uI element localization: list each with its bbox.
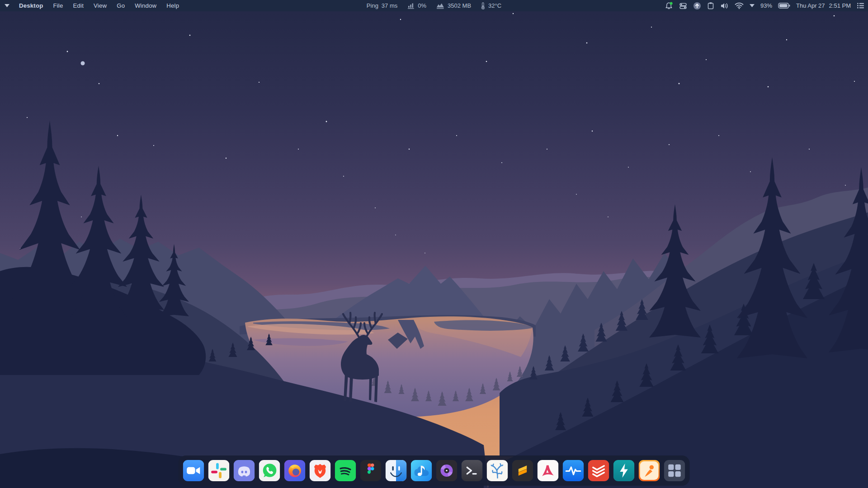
toggles-icon[interactable] <box>679 2 687 9</box>
clipboard-icon[interactable] <box>707 2 714 9</box>
menu-go[interactable]: Go <box>112 0 130 11</box>
volume-icon[interactable] <box>720 2 729 9</box>
dock-icon-zoom[interactable] <box>183 460 204 481</box>
menu-bar: Desktop File Edit View Go Window Help Pi… <box>0 0 868 11</box>
dock-icon-music[interactable] <box>411 460 432 481</box>
battery-percent: 93% <box>760 2 772 9</box>
dock-icon-bolt[interactable] <box>613 460 635 481</box>
dock-icon-sublime-text[interactable] <box>512 460 533 481</box>
dock-icon-whatsapp[interactable] <box>259 460 280 481</box>
clock[interactable]: Thu Apr 27 2:51 PM <box>796 2 851 9</box>
thermometer-icon <box>481 2 485 9</box>
menu-file[interactable]: File <box>48 0 68 11</box>
cpu-value: 0% <box>418 2 426 9</box>
dock-icon-discord[interactable] <box>234 460 255 481</box>
dock-icon-figma[interactable] <box>360 460 382 481</box>
dock-icon-app-launcher[interactable] <box>664 460 685 481</box>
wifi-icon[interactable] <box>735 2 744 9</box>
memory-stat[interactable]: 3502 MB <box>436 2 471 9</box>
menu-desktop[interactable]: Desktop <box>14 0 48 11</box>
battery-icon[interactable] <box>778 3 790 9</box>
date-text: Thu Apr 27 <box>796 2 825 9</box>
dock-icon-postman[interactable] <box>639 460 660 481</box>
dock-icon-terminal[interactable] <box>462 460 483 481</box>
notification-bell-icon[interactable] <box>665 2 673 9</box>
dock-icon-firefox[interactable] <box>284 460 306 481</box>
time-text: 2:51 PM <box>829 2 851 9</box>
system-tray: 93% Thu Apr 27 2:51 PM <box>665 2 868 10</box>
dock-icon-record-player[interactable] <box>436 460 458 481</box>
menu-window[interactable]: Window <box>130 0 161 11</box>
area-chart-icon <box>436 2 444 9</box>
system-stats: Ping 37 ms 0% 3502 MB 32°C <box>367 0 501 11</box>
desktop-wallpaper <box>0 0 868 488</box>
dock-icon-brave[interactable] <box>310 460 331 481</box>
bar-chart-icon <box>407 2 415 9</box>
desktop-chevron-icon[interactable] <box>5 4 9 7</box>
temperature-value: 32°C <box>488 2 501 9</box>
cpu-stat[interactable]: 0% <box>407 2 426 9</box>
dropdown-chevron-icon[interactable] <box>750 4 755 7</box>
menu-view[interactable]: View <box>89 0 112 11</box>
dock-icon-activity[interactable] <box>563 460 584 481</box>
dock-icon-slack[interactable] <box>208 460 230 481</box>
ping-stat[interactable]: Ping 37 ms <box>367 2 397 9</box>
menu-edit[interactable]: Edit <box>68 0 89 11</box>
temperature-stat[interactable]: 32°C <box>481 2 501 9</box>
menu-help[interactable]: Help <box>161 0 184 11</box>
ping-label: Ping <box>367 2 378 9</box>
ping-value: 37 ms <box>382 2 397 9</box>
memory-value: 3502 MB <box>448 2 471 9</box>
list-menu-icon[interactable] <box>857 2 864 9</box>
dock-icon-spotify[interactable] <box>335 460 356 481</box>
dock-icon-coral[interactable] <box>487 460 508 481</box>
upload-circle-icon[interactable] <box>693 2 701 10</box>
dock-icon-finder[interactable] <box>386 460 407 481</box>
dock-icon-acrobat[interactable] <box>538 460 559 481</box>
dock-icon-todoist[interactable] <box>588 460 609 481</box>
dock <box>179 455 690 486</box>
menu-bar-left: Desktop File Edit View Go Window Help <box>0 0 184 11</box>
